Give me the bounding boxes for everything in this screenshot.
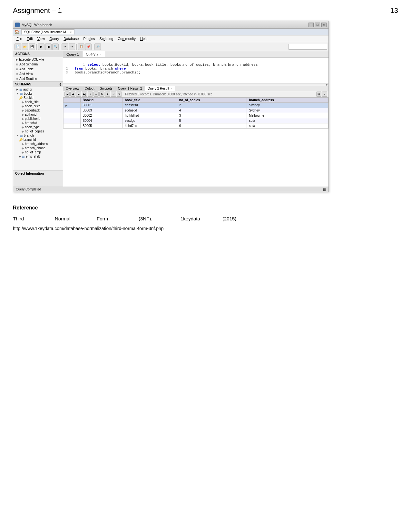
rt-refresh-btn[interactable]: ↻ (99, 92, 104, 97)
col-header-no-of-copies[interactable]: no_of_copies (177, 98, 247, 103)
tree-branchid[interactable]: 🔑 branchid (13, 138, 63, 142)
toolbar-save-btn[interactable]: 💾 (29, 44, 35, 50)
action-add-routine[interactable]: ⊕ Add Routine (13, 76, 63, 81)
toolbar-new-btn[interactable]: 📄 (15, 44, 21, 50)
cell-branch-address[interactable]: Sydney (247, 103, 328, 108)
cell-branch-address[interactable]: Sydney (247, 108, 328, 113)
rt-del-btn[interactable]: – (93, 92, 99, 97)
toolbar-paste-btn[interactable]: 📌 (85, 44, 92, 50)
tree-books[interactable]: ▼ ▦ books (13, 92, 63, 96)
menu-edit[interactable]: Edit (25, 36, 35, 41)
menu-plugins[interactable]: Plugins (81, 36, 97, 41)
table-row[interactable]: B0004 sesdgd 5 sofa (64, 118, 328, 123)
tree-authorid[interactable]: ◆ authorid (13, 112, 63, 117)
tree-branch[interactable]: ▼ ▦ branch (13, 133, 63, 138)
rt-edit-btn[interactable]: ✎ (117, 92, 122, 97)
menu-database[interactable]: Database (62, 36, 81, 41)
toolbar-redo-btn[interactable]: ↪ (69, 44, 75, 50)
cell-book-title[interactable]: hdfhfdhsd (123, 113, 177, 118)
minimize-button[interactable]: – (308, 23, 314, 27)
rt-layout-btn[interactable]: ▤ (316, 92, 321, 97)
tree-emp-shift[interactable]: ▶ ▦ emp_shift (13, 154, 63, 159)
rt-close-btn[interactable]: × (322, 92, 327, 97)
sql-tab-close-icon[interactable]: × (70, 31, 72, 34)
result-tab-q2r[interactable]: Query 2 Result × (145, 86, 176, 91)
rt-last-btn[interactable]: ▶| (82, 92, 87, 97)
editor-scrollbar[interactable]: ▶ (63, 83, 328, 86)
schemas-expand-icon[interactable]: ⟪ (59, 83, 61, 86)
menu-scripting[interactable]: Scripting (98, 36, 115, 41)
sql-editor[interactable]: 1select books.Bookid, books.book_title, … (63, 58, 328, 83)
cell-branch-address[interactable]: sofa (247, 118, 328, 123)
tree-no-of-emp[interactable]: ◆ no_of_emp (13, 150, 63, 154)
rt-export-btn[interactable]: ⬇ (105, 92, 110, 97)
menu-view[interactable]: View (35, 36, 47, 41)
tree-paperback[interactable]: ◆ paperback (13, 108, 63, 112)
table-row[interactable]: B0002 hdfhfdhsd 3 Melbourne (64, 113, 328, 118)
reference-url[interactable]: http://www.1keydata.com/database-normali… (13, 226, 398, 231)
action-execute-sql[interactable]: ▶ Execute SQL File (13, 57, 63, 62)
rt-prev-btn[interactable]: ◀ (70, 92, 75, 97)
cell-no-copies[interactable]: 4 (177, 108, 247, 113)
titlebar-controls[interactable]: – □ × (308, 23, 327, 27)
cell-book-title[interactable]: dghsdfsd (123, 103, 177, 108)
toolbar-open-btn[interactable]: 📂 (22, 44, 28, 50)
query-tab-2[interactable]: Query 2 × (83, 51, 105, 57)
tree-branch-phone[interactable]: ◆ branch_phone (13, 146, 63, 150)
toolbar-stop-btn[interactable]: ⏹ (45, 44, 52, 50)
menu-query[interactable]: Query (47, 36, 61, 41)
table-row[interactable]: B0003 sddasdd 4 Sydney (64, 108, 328, 113)
toolbar-search-input[interactable] (289, 44, 327, 50)
cell-no-copies[interactable]: 3 (177, 113, 247, 118)
rt-add-btn[interactable]: + (88, 92, 93, 97)
query-tab-2-close-icon[interactable]: × (100, 53, 101, 56)
toolbar-search-btn[interactable]: 🔎 (94, 44, 101, 50)
cell-bookid[interactable]: B0005 (81, 123, 123, 129)
cell-book-title[interactable]: sddasdd (123, 108, 177, 113)
tree-book-type[interactable]: ◆ book_type (13, 125, 63, 129)
cell-book-title[interactable]: khhd7hd (123, 123, 177, 129)
tree-publisherid[interactable]: ◆ publisherid (13, 117, 63, 121)
cell-branch-address[interactable]: Melbourne (247, 113, 328, 118)
cell-bookid[interactable]: B0002 (81, 113, 123, 118)
result-tab-output[interactable]: Output (82, 86, 97, 91)
cell-book-title[interactable]: sesdgd (123, 118, 177, 123)
cell-branch-address[interactable]: sofa (247, 123, 328, 129)
cell-no-copies[interactable]: 5 (177, 118, 247, 123)
query-tab-1[interactable]: Query 1 (63, 51, 83, 57)
col-header-branch-address[interactable]: branch_address (247, 98, 328, 103)
tree-author[interactable]: ▶ ▦ author (13, 87, 63, 92)
action-add-table[interactable]: ⊕ Add Table (13, 67, 63, 72)
cell-bookid[interactable]: B0001 (81, 103, 123, 108)
toolbar-explain-btn[interactable]: 🔍 (52, 44, 59, 50)
tree-no-of-copies[interactable]: ◆ no_of_copies (13, 129, 63, 133)
tree-branch-address[interactable]: ◆ branch_address (13, 142, 63, 146)
home-icon[interactable]: 🏠 (15, 30, 19, 34)
tree-book-price[interactable]: ◆ book_price (13, 104, 63, 108)
menu-file[interactable]: File (15, 36, 24, 41)
cell-bookid[interactable]: B0003 (81, 108, 123, 113)
action-add-schema[interactable]: ⊕ Add Schema (13, 62, 63, 67)
tree-bookid[interactable]: 🔑 Bookid (13, 96, 63, 100)
cell-bookid[interactable]: B0004 (81, 118, 123, 123)
action-add-view[interactable]: ⊕ Add View (13, 72, 63, 76)
result-tab-q2r-close-icon[interactable]: × (171, 87, 172, 90)
menu-help[interactable]: Help (138, 36, 150, 41)
table-row[interactable]: ▶ B0001 dghsdfsd 2 Sydney (64, 103, 328, 108)
result-tab-q1r2[interactable]: Query 1 Result 2 (115, 86, 145, 91)
toolbar-copy-btn[interactable]: 📋 (78, 44, 84, 50)
result-tab-overview[interactable]: Overview (63, 86, 82, 91)
toolbar-execute-btn[interactable]: ▶ (38, 44, 44, 50)
cell-no-copies[interactable]: 2 (177, 103, 247, 108)
menu-community[interactable]: Community (116, 36, 138, 41)
col-header-bookid[interactable]: Bookid (81, 98, 123, 103)
rt-wrap-btn[interactable]: ↩ (111, 92, 116, 97)
cell-no-copies[interactable]: 6 (177, 123, 247, 129)
result-tab-snippets[interactable]: Snippets (97, 86, 115, 91)
rt-first-btn[interactable]: |◀ (64, 92, 70, 97)
tree-branchid-books[interactable]: ◆ branchid (13, 121, 63, 125)
close-button[interactable]: × (321, 23, 327, 27)
tree-book-title[interactable]: ◆ book_title (13, 100, 63, 104)
sql-editor-tab[interactable]: SQL Editor (Local instance M... × (21, 29, 74, 34)
toolbar-undo-btn[interactable]: ↩ (62, 44, 68, 50)
